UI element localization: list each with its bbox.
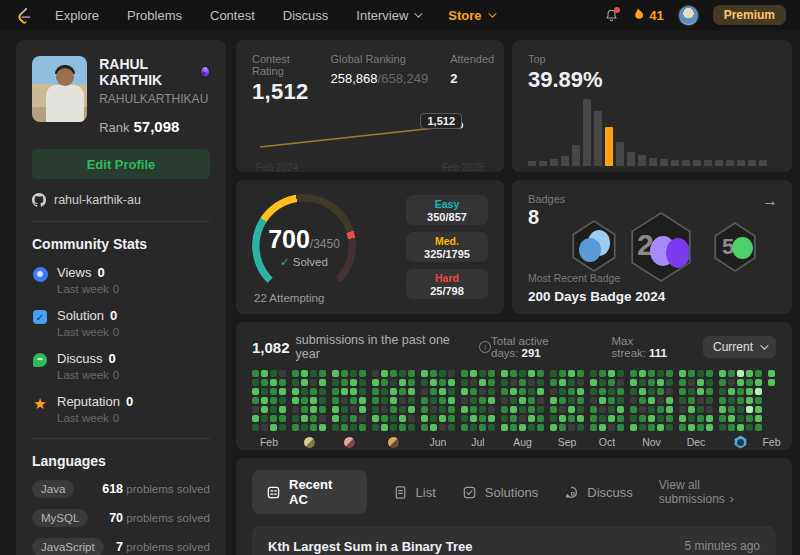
heatmap-cell [528, 424, 535, 431]
heatmap-cell [719, 379, 726, 386]
annual-badge-icon [200, 66, 210, 78]
histogram-bar [759, 160, 767, 166]
github-icon [32, 193, 46, 207]
nav-item-label: Store [448, 8, 481, 23]
heatmap-cell [519, 424, 526, 431]
histogram-bar [583, 99, 591, 166]
heatmap-cell [372, 424, 379, 431]
contest-rating-card: Contest Rating 1,512 Global Ranking 258,… [236, 40, 504, 172]
user-avatar[interactable] [678, 5, 699, 26]
heatmap-cell [270, 379, 277, 386]
submission-time: 5 minutes ago [685, 539, 760, 553]
recent-submission-row[interactable]: Kth Largest Sum in a Binary Tree5 minute… [252, 526, 776, 555]
info-icon[interactable] [479, 341, 491, 353]
notifications-bell-icon[interactable] [604, 8, 619, 23]
difficulty-box-med[interactable]: Med.325/1795 [406, 232, 488, 262]
histogram-bar [605, 127, 613, 166]
heatmap-cell [332, 388, 339, 395]
edit-profile-button[interactable]: Edit Profile [32, 149, 210, 179]
heatmap-cell [350, 379, 357, 386]
nav-item-contest[interactable]: Contest [210, 8, 255, 23]
solved-donut[interactable]: 700/3450 ✓Solved [252, 194, 356, 298]
difficulty-box-hard[interactable]: Hard25/798 [406, 269, 488, 299]
rating-histogram[interactable] [528, 99, 776, 166]
tab-solutions[interactable]: Solutions [462, 478, 538, 507]
nav-item-interview[interactable]: Interview [356, 8, 420, 23]
heatmap-cell [599, 406, 606, 413]
range-dropdown[interactable]: Current [703, 336, 776, 358]
contest-rating-value: 1,512 [252, 79, 309, 105]
language-solved-count: 70 problems solved [109, 511, 210, 525]
heatmap-cell [577, 397, 584, 404]
solution-icon: ✓ [33, 310, 47, 324]
heatmap-cell [737, 424, 744, 431]
heatmap-cell [421, 397, 428, 404]
solved-problems-card: 700/3450 ✓Solved 22 Attempting Easy350/8… [236, 180, 504, 314]
heatmap-cell [408, 397, 415, 404]
heatmap-cell [550, 415, 557, 422]
submission-calendar[interactable] [252, 370, 776, 431]
premium-button[interactable]: Premium [713, 5, 786, 25]
heatmap-cell [528, 370, 535, 377]
heatmap-cell [430, 388, 437, 395]
tab-recent-ac[interactable]: Recent AC [252, 470, 367, 514]
nav-item-explore[interactable]: Explore [55, 8, 99, 23]
heatmap-cell [648, 397, 655, 404]
heatmap-cell [261, 388, 268, 395]
language-solved-count: 618 problems solved [102, 482, 210, 496]
heatmap-cell [488, 397, 495, 404]
heatmap-cell [279, 415, 286, 422]
heatmap-cell [319, 424, 326, 431]
solution-icon: ✓ [32, 309, 48, 325]
language-row: MySQL70 problems solved [32, 509, 210, 527]
heatmap-cell [657, 397, 664, 404]
view-all-submissions-link[interactable]: View all submissions [659, 478, 776, 506]
heatmap-cell [519, 415, 526, 422]
heatmap-cell [706, 424, 713, 431]
heatmap-cell [439, 370, 446, 377]
heatmap-cell [679, 397, 686, 404]
heatmap-cell [697, 406, 704, 413]
heatmap-cell [528, 379, 535, 386]
heatmap-cell [528, 415, 535, 422]
nav-item-store[interactable]: Store [448, 8, 493, 23]
heatmap-cell [390, 397, 397, 404]
difficulty-box-easy[interactable]: Easy350/857 [406, 195, 488, 225]
language-tag-mysql[interactable]: MySQL [32, 509, 88, 527]
heatmap-cell [381, 406, 388, 413]
leetcode-logo-icon[interactable] [14, 6, 33, 25]
top-value: 39.89% [528, 67, 776, 93]
heatmap-cell [737, 415, 744, 422]
profile-photo[interactable] [32, 56, 87, 122]
check-icon: ✓ [280, 256, 290, 268]
heatmap-cell [746, 370, 753, 377]
heatmap-cell [430, 370, 437, 377]
heatmap-cell [599, 415, 606, 422]
badges-arrow-icon[interactable] [762, 192, 778, 210]
month-label: Nov [630, 435, 673, 449]
contest-rating-chart[interactable]: 1,512 Feb 2024 Feb 2025 [252, 107, 488, 173]
heatmap-cell [755, 397, 762, 404]
heatmap-cell [657, 406, 664, 413]
tab-list[interactable]: List [393, 478, 436, 507]
heatmap-cell [697, 388, 704, 395]
heatmap-cell [350, 388, 357, 395]
nav-item-problems[interactable]: Problems [127, 8, 182, 23]
heatmap-cell [319, 388, 326, 395]
heatmap-cell [310, 379, 317, 386]
heatmap-cell [292, 370, 299, 377]
heatmap-cell [341, 406, 348, 413]
language-tag-java[interactable]: Java [32, 480, 74, 498]
heatmap-cell [332, 370, 339, 377]
nav-item-discuss[interactable]: Discuss [283, 8, 329, 23]
github-link[interactable]: rahul-karthik-au [32, 193, 210, 207]
daily-streak[interactable]: 41 [633, 8, 663, 23]
language-tag-javascript[interactable]: JavaScript [32, 538, 104, 555]
heatmap-cell [630, 415, 637, 422]
heatmap-cell [746, 388, 753, 395]
month-label: Jun [421, 435, 455, 449]
eye-icon [33, 267, 48, 282]
heatmap-cell [332, 415, 339, 422]
tab-discuss[interactable]: Discuss [564, 478, 633, 507]
heatmap-cell [270, 406, 277, 413]
